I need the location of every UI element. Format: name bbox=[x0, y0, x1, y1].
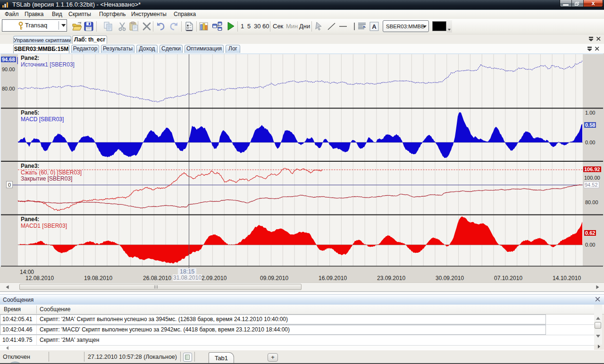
svg-text:A: A bbox=[372, 23, 377, 30]
